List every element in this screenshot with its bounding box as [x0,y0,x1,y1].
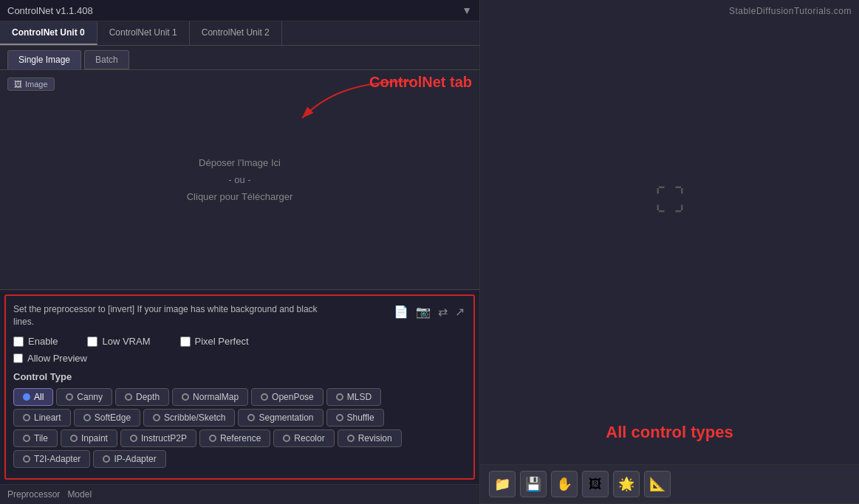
mode-tabs-container: Single Image Batch [0,46,479,70]
radio-revision-icon [347,435,355,442]
checkboxes-row: Enable Low VRAM Pixel Perfect [13,336,466,347]
ctrl-segmentation[interactable]: Segmentation [238,409,323,427]
image-icon-btn[interactable]: 🖼 [582,471,609,497]
image-empty-icon: ⛶ [655,184,685,217]
preprocessor-model-row: Preprocessor Model [0,484,479,504]
image-upload-area[interactable]: ControlNet tab 🖼 Image Déposer l'Image I… [0,70,479,290]
radio-instructp2p-icon [130,435,137,442]
title-bar: ControlNet v1.1.408 ▼ [0,0,479,21]
single-image-tab[interactable]: Single Image [7,50,81,69]
save-icon-btn[interactable]: 💾 [520,471,547,497]
watermark: StableDiffusionTutorials.com [729,6,852,16]
control-types-row-4: T2I-Adapter IP-Adapter [13,450,466,468]
low-vram-checkbox[interactable]: Low VRAM [87,336,150,347]
ctrl-recolor[interactable]: Recolor [273,429,334,447]
ctrl-revision[interactable]: Revision [338,429,402,447]
radio-normalmap-icon [182,393,189,401]
radio-depth-icon [125,393,132,401]
folder-icon-btn[interactable]: 📁 [489,471,516,497]
info-row: Set the preprocessor to [invert] If your… [13,303,466,328]
star-icon-btn[interactable]: 🌟 [613,471,640,497]
radio-scribble-icon [153,414,160,421]
hand-icon-btn[interactable]: ✋ [551,471,578,497]
upload-icon-btn[interactable]: 📄 [392,303,410,320]
send-icon-btn[interactable]: ↗ [454,303,466,320]
ctrl-canny[interactable]: Canny [56,388,112,406]
ctrl-normalmap[interactable]: NormalMap [172,388,248,406]
allow-preview-row[interactable]: Allow Preview [13,353,466,364]
all-control-types-annotation: All control types [480,401,859,464]
preprocessor-label: Preprocessor [7,489,60,500]
unit-tabs-container: ControlNet Unit 0 ControlNet Unit 1 Cont… [0,21,479,46]
radio-inpaint-icon [70,435,78,442]
right-toolbar: 📁 💾 ✋ 🖼 🌟 📐 [480,464,859,503]
ctrl-ipadapter[interactable]: IP-Adapter [93,450,165,468]
ctrl-shuffle[interactable]: Shuffle [326,409,384,427]
right-image-area: ⛶ All control types 📁 💾 ✋ 🖼 🌟 📐 [480,0,859,504]
controlnet-tab-annotation: ControlNet tab [369,74,472,91]
swap-icon-btn[interactable]: ⇄ [437,303,449,320]
radio-canny-icon [66,393,73,401]
radio-ipadapter-icon [103,455,110,463]
ctrl-mlsd[interactable]: MLSD [326,388,381,406]
radio-t2iadapter-icon [23,455,30,463]
ctrl-reference[interactable]: Reference [199,429,270,447]
right-panel: StableDiffusionTutorials.com ⛶ All contr… [480,0,859,504]
control-types-row-3: Tile Inpaint InstructP2P Reference Recol… [13,429,466,447]
right-image-placeholder: ⛶ [480,0,859,401]
model-label: Model [67,489,92,500]
radio-segmentation-icon [247,414,255,421]
upload-text: Déposer l'Image Ici - ou - Cliquer pour … [187,154,293,206]
info-icons: 📄 📷 ⇄ ↗ [392,303,466,320]
pixel-perfect-checkbox-input[interactable] [180,336,191,347]
radio-shuffle-icon [336,414,343,421]
unit-tab-2[interactable]: ControlNet Unit 2 [190,21,282,45]
batch-tab[interactable]: Batch [84,50,129,69]
allow-preview-checkbox[interactable] [13,353,23,363]
control-type-label: Control Type [13,371,466,382]
ruler-icon-btn[interactable]: 📐 [644,471,671,497]
control-types-row-2: Lineart SoftEdge Scribble/Sketch Segment… [13,409,466,427]
image-label: 🖼 Image [7,77,55,91]
low-vram-checkbox-input[interactable] [87,336,97,347]
enable-checkbox[interactable]: Enable [13,336,58,347]
radio-lineart-icon [23,414,30,421]
image-icon: 🖼 [14,80,22,89]
ctrl-scribble[interactable]: Scribble/Sketch [143,409,235,427]
ctrl-inpaint[interactable]: Inpaint [61,429,117,447]
radio-openpose-icon [261,393,268,401]
ctrl-instructp2p[interactable]: InstructP2P [120,429,196,447]
radio-recolor-icon [283,435,290,442]
dropdown-arrow-icon[interactable]: ▼ [462,4,472,16]
ctrl-t2iadapter[interactable]: T2I-Adapter [13,450,90,468]
unit-tab-1[interactable]: ControlNet Unit 1 [97,21,190,45]
radio-mlsd-icon [336,393,343,401]
ctrl-depth[interactable]: Depth [115,388,169,406]
unit-tab-0[interactable]: ControlNet Unit 0 [0,21,97,45]
app-title: ControlNet v1.1.408 [7,5,93,16]
controlnet-settings-section: Set the preprocessor to [invert] If your… [4,294,475,480]
ctrl-tile[interactable]: Tile [13,429,58,447]
ctrl-lineart[interactable]: Lineart [13,409,71,427]
radio-softedge-icon [83,414,91,421]
ctrl-softedge[interactable]: SoftEdge [74,409,140,427]
ctrl-openpose[interactable]: OpenPose [251,388,324,406]
radio-tile-icon [23,435,30,442]
enable-checkbox-input[interactable] [13,336,24,347]
right-content: ⛶ All control types 📁 💾 ✋ 🖼 🌟 📐 [480,0,859,503]
pixel-perfect-checkbox[interactable]: Pixel Perfect [180,336,249,347]
ctrl-all[interactable]: All [13,388,53,406]
radio-all-icon [23,393,30,401]
control-types-row-1: All Canny Depth NormalMap OpenPose [13,388,466,406]
info-text: Set the preprocessor to [invert] If your… [13,303,338,328]
camera-icon-btn[interactable]: 📷 [414,303,432,320]
radio-reference-icon [209,435,216,442]
